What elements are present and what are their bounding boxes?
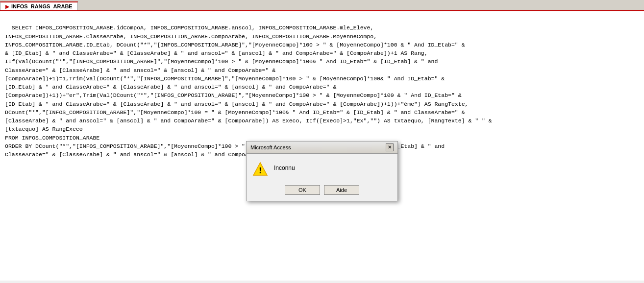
dialog-message: Inconnu	[274, 162, 295, 171]
dialog-body: ! Inconnu	[247, 154, 397, 183]
dialog-buttons: OK Aide	[247, 183, 397, 201]
microsoft-access-dialog: Microsoft Access ✕ ! Inconnu OK Aide	[246, 141, 398, 201]
dialog-close-button[interactable]: ✕	[386, 143, 394, 151]
warning-icon: !	[252, 162, 268, 177]
dialog-title: Microsoft Access	[250, 144, 291, 150]
tab-bar: ▶ INFOS_RANGS_ARABE	[0, 0, 644, 11]
tab-infos-rangs-arabe[interactable]: ▶ INFOS_RANGS_ARABE	[0, 1, 78, 10]
sql-text: SELECT INFOS_COMPOSITION_ARABE.idCompoA,…	[5, 24, 492, 158]
tab-icon: ▶	[5, 4, 9, 9]
tab-label: INFOS_RANGS_ARABE	[11, 3, 73, 9]
ok-button[interactable]: OK	[285, 185, 320, 195]
dialog-titlebar: Microsoft Access ✕	[247, 142, 397, 154]
aide-button[interactable]: Aide	[324, 185, 359, 195]
svg-text:!: !	[259, 166, 261, 175]
close-icon: ✕	[388, 144, 392, 150]
